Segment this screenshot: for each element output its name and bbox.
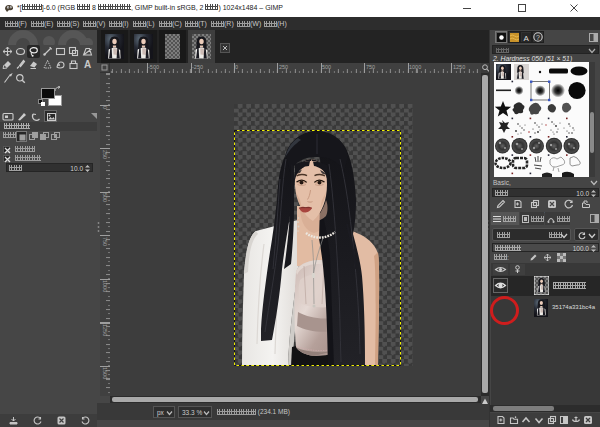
svg-text:?: ? [536,34,540,41]
svg-text:A: A [523,33,529,42]
